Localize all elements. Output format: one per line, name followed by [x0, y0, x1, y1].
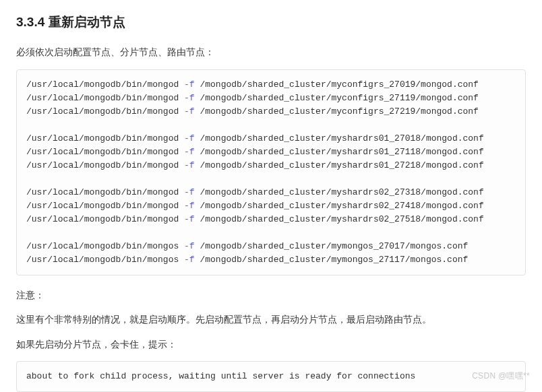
code-line: /usr/local/mongodb/bin/mongos -f /mongod… — [26, 241, 468, 251]
code-line: /usr/local/mongodb/bin/mongod -f /mongod… — [26, 214, 484, 224]
note-warn: 如果先启动分片节点，会卡住，提示： — [16, 337, 526, 352]
intro-text: 必须依次启动配置节点、分片节点、路由节点： — [16, 44, 526, 59]
note-body: 这里有个非常特别的情况，就是启动顺序。先启动配置节点，再启动分片节点，最后启动路… — [16, 312, 526, 327]
code-line: /usr/local/mongodb/bin/mongod -f /mongod… — [26, 201, 484, 211]
code-line: /usr/local/mongodb/bin/mongod -f /mongod… — [26, 187, 484, 197]
section-heading: 3.3.4 重新启动节点 — [16, 12, 526, 32]
code-line: /usr/local/mongodb/bin/mongod -f /mongod… — [26, 133, 484, 143]
watermark-text: CSDN @嘿嘿** — [472, 370, 530, 383]
code-line: /usr/local/mongodb/bin/mongod -f /mongod… — [26, 106, 479, 117]
hang-message-code-block: about to fork child process, waiting unt… — [16, 361, 526, 392]
code-line: /usr/local/mongodb/bin/mongod -f /mongod… — [26, 147, 484, 157]
code-line: /usr/local/mongodb/bin/mongos -f /mongod… — [26, 255, 468, 265]
code-line: /usr/local/mongodb/bin/mongod -f /mongod… — [26, 160, 484, 170]
code-line: /usr/local/mongodb/bin/mongod -f /mongod… — [26, 93, 479, 103]
code-line: about to fork child process, waiting unt… — [26, 371, 415, 381]
code-line: /usr/local/mongodb/bin/mongod -f /mongod… — [26, 79, 479, 90]
note-label: 注意： — [16, 288, 526, 302]
commands-code-block: /usr/local/mongodb/bin/mongod -f /mongod… — [16, 69, 526, 275]
